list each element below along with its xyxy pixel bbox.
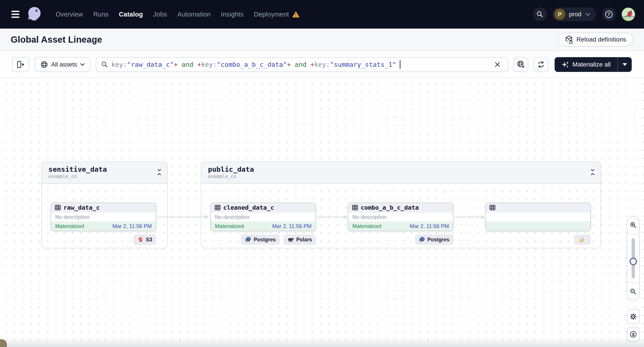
deployment-switcher[interactable]: P prod bbox=[552, 7, 596, 21]
zoom-control-panel bbox=[627, 216, 640, 301]
dagster-logo-icon[interactable] bbox=[26, 5, 43, 23]
search-icon bbox=[536, 10, 544, 18]
asset-search-input[interactable]: key:"raw_data_c"+ and +key:"combo_a_b_c_… bbox=[96, 57, 508, 72]
hamburger-menu-icon[interactable] bbox=[12, 11, 20, 18]
clear-search-button[interactable] bbox=[492, 59, 503, 70]
chevron-down-icon bbox=[80, 63, 85, 66]
materialize-all-split-button: Materialize all bbox=[554, 57, 632, 72]
kind-tag-postgres[interactable]: Postgres bbox=[415, 235, 454, 245]
asset-node-combo-a-b-c-data[interactable]: combo_a_b_c_data No description Material… bbox=[348, 203, 454, 231]
materialization-timestamp[interactable]: Mar 2, 11:56 PM bbox=[272, 223, 312, 229]
zoom-slider[interactable] bbox=[627, 234, 639, 283]
query-segment: key: bbox=[201, 61, 217, 68]
asset-node-header: cleaned_data_c bbox=[211, 203, 316, 212]
asset-name: raw_data_c bbox=[64, 204, 100, 211]
asset-description: No description bbox=[348, 212, 453, 222]
primary-nav: Overview Runs Catalog Jobs Automation In… bbox=[56, 11, 300, 18]
query-segment: + bbox=[197, 61, 201, 68]
kind-tag-postgres[interactable]: Postgres bbox=[241, 235, 280, 245]
lineage-canvas[interactable]: sensitive_data example_co public_data ex… bbox=[0, 79, 644, 347]
text-cursor bbox=[400, 60, 400, 69]
asset-node-cleaned-data-c[interactable]: cleaned_data_c No description Materializ… bbox=[210, 203, 316, 231]
help-button[interactable]: ? bbox=[602, 7, 616, 21]
graph-settings-button[interactable] bbox=[627, 309, 640, 324]
nav-item-catalog[interactable]: Catalog bbox=[119, 11, 143, 18]
group-location: example_co bbox=[48, 174, 161, 179]
download-view-button[interactable] bbox=[627, 327, 640, 342]
user-avatar[interactable] bbox=[622, 7, 635, 21]
query-segment: + bbox=[174, 61, 178, 68]
table-icon bbox=[352, 205, 358, 210]
query-segment: + bbox=[287, 61, 291, 68]
asset-scope-label: All assets bbox=[51, 61, 77, 68]
query-segment: "combo_a_b_c_data" bbox=[217, 61, 287, 68]
filter-bar: All assets key:"raw_data_c"+ and +key:"c… bbox=[0, 51, 644, 78]
zoom-out-button[interactable] bbox=[627, 283, 639, 300]
collapse-group-icon[interactable] bbox=[156, 168, 162, 176]
polars-icon bbox=[287, 237, 294, 243]
reload-definitions-button[interactable]: Reload definitions bbox=[558, 32, 633, 46]
asset-scope-dropdown[interactable]: All assets bbox=[35, 57, 90, 72]
nav-item-overview[interactable]: Overview bbox=[56, 11, 83, 18]
query-segment: key: bbox=[314, 61, 330, 68]
materialize-all-button[interactable]: Materialize all bbox=[554, 57, 618, 72]
svg-text:?: ? bbox=[608, 11, 610, 17]
tag-label: Postgres bbox=[254, 237, 276, 243]
asset-node-raw-data-c[interactable]: raw_data_c No description Materialized M… bbox=[51, 203, 156, 231]
refresh-button[interactable] bbox=[534, 57, 548, 72]
open-panel-button[interactable] bbox=[12, 57, 29, 72]
deployment-avatar: P bbox=[554, 9, 565, 20]
asset-tags-row: S3 bbox=[51, 235, 156, 245]
collapse-group-icon[interactable] bbox=[590, 168, 596, 176]
group-name: public_data bbox=[208, 165, 594, 173]
asset-status-row: Materialized Mar 2, 11:56 PM bbox=[348, 222, 453, 231]
close-icon bbox=[494, 61, 501, 68]
add-scope-button[interactable] bbox=[514, 57, 528, 72]
kind-tag-polars[interactable]: Polars bbox=[283, 235, 316, 245]
topbar-right-actions: P prod ? bbox=[533, 7, 635, 21]
nav-item-jobs[interactable]: Jobs bbox=[153, 11, 167, 18]
kind-tag-s3[interactable]: S3 bbox=[134, 235, 156, 245]
status-badge: Materialized bbox=[352, 223, 381, 229]
nav-item-deployment-label: Deployment bbox=[254, 11, 289, 18]
asset-description bbox=[486, 212, 590, 222]
globe-icon bbox=[40, 61, 48, 68]
search-button[interactable] bbox=[533, 7, 547, 21]
group-header[interactable]: sensitive_data example_co bbox=[42, 162, 167, 184]
materialization-timestamp[interactable]: Mar 2, 11:56 PM bbox=[112, 223, 152, 229]
zoom-slider-handle[interactable] bbox=[630, 258, 637, 265]
asset-status-row: Materialized Mar 2, 11:56 PM bbox=[211, 222, 316, 231]
asset-status-row: Materialized Mar 2, 11:56 PM bbox=[51, 222, 156, 231]
search-icon bbox=[101, 61, 108, 68]
materialization-timestamp[interactable]: Mar 2, 11:56 PM bbox=[410, 223, 449, 229]
download-icon bbox=[629, 330, 637, 338]
materialize-options-button[interactable] bbox=[618, 57, 632, 72]
kind-tag-powerbi[interactable] bbox=[574, 235, 591, 245]
zoom-in-icon bbox=[630, 221, 637, 229]
lineage-edge bbox=[318, 217, 344, 218]
group-location: example_co bbox=[208, 174, 594, 179]
asset-description: No description bbox=[211, 212, 316, 222]
asset-name: combo_a_b_c_data bbox=[361, 204, 419, 211]
bottom-left-peek-element bbox=[0, 340, 7, 347]
nav-item-insights[interactable]: Insights bbox=[221, 11, 244, 18]
nav-item-deployment[interactable]: Deployment bbox=[254, 11, 300, 18]
lineage-edge bbox=[455, 217, 481, 218]
dropdown-arrow-icon bbox=[622, 63, 627, 66]
cardinal-avatar-image bbox=[622, 7, 635, 21]
refresh-icon bbox=[537, 60, 545, 69]
page-title: Global Asset Lineage bbox=[11, 35, 102, 45]
query-segment: and bbox=[178, 61, 197, 68]
search-query: key:"raw_data_c"+ and +key:"combo_a_b_c_… bbox=[112, 61, 396, 68]
reload-cube-icon bbox=[565, 35, 573, 44]
group-header[interactable]: public_data example_co bbox=[201, 162, 600, 184]
nav-item-automation[interactable]: Automation bbox=[178, 11, 211, 18]
asset-description: No description bbox=[51, 212, 156, 222]
nav-item-runs[interactable]: Runs bbox=[93, 11, 108, 18]
zoom-in-button[interactable] bbox=[627, 216, 639, 234]
top-nav-bar: Overview Runs Catalog Jobs Automation In… bbox=[0, 0, 644, 28]
gear-icon bbox=[629, 313, 637, 321]
asset-tags-row: Postgres Polars bbox=[210, 235, 316, 245]
asset-node-summary-stats-1[interactable] bbox=[485, 203, 591, 231]
page-header: Global Asset Lineage Reload definitions bbox=[0, 28, 644, 51]
